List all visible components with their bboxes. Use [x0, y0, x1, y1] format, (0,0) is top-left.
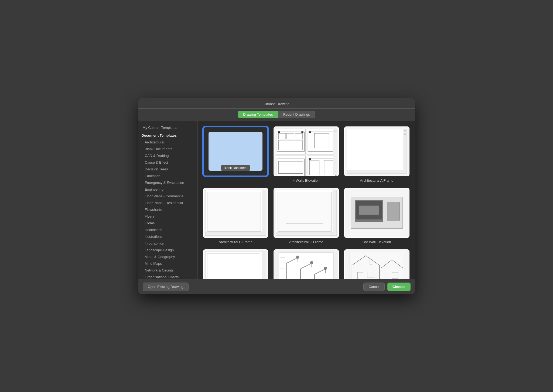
bottom-3-preview	[345, 250, 409, 279]
sidebar-item-flowcharts[interactable]: Flowcharts	[138, 206, 197, 213]
main-content: Blank Document	[198, 121, 415, 279]
template-thumb-arch-b[interactable]	[203, 188, 268, 238]
bottom-1-preview	[204, 250, 268, 279]
svg-rect-2	[287, 133, 294, 139]
template-thumb-4-walls[interactable]	[274, 126, 339, 176]
blank-document-label: Blank Document	[221, 165, 250, 171]
svg-point-25	[310, 261, 313, 264]
template-blank-document[interactable]: Blank Document	[203, 126, 268, 183]
templates-grid: Blank Document	[203, 126, 409, 279]
arch-grid	[276, 129, 337, 174]
sidebar-item-architectural[interactable]: Architectural	[138, 139, 197, 146]
open-existing-button[interactable]: Open Existing Drawing	[143, 283, 189, 291]
template-label-arch-b: Architectural B Frame	[219, 240, 252, 244]
sidebar-item-forms[interactable]: Forms	[138, 220, 197, 226]
arch-cell-3	[276, 156, 306, 176]
sidebar-item-organisational-charts[interactable]: Organisational Charts	[138, 274, 197, 279]
sidebar-item-infographics[interactable]: Infographics	[138, 240, 197, 247]
svg-point-29	[324, 267, 327, 269]
cancel-button[interactable]: Cancel	[363, 283, 384, 291]
blank-document-preview	[209, 132, 262, 170]
template-4-walls-elevation[interactable]: 4 Walls Elevation	[274, 126, 339, 183]
dialog-footer: Open Existing Drawing Cancel Choose	[138, 279, 415, 294]
sidebar-item-network-circuits[interactable]: Network & Circuits	[138, 267, 197, 274]
template-bottom-2[interactable]	[274, 249, 339, 279]
arch-cell-2	[307, 129, 337, 155]
tab-bar: Drawing Templates Recent Drawings	[138, 109, 415, 121]
svg-rect-3	[295, 133, 302, 139]
svg-rect-0	[277, 132, 305, 152]
sidebar-item-engineering[interactable]: Engineering	[138, 186, 197, 193]
bar-wall-preview	[345, 188, 409, 237]
template-bottom-1[interactable]	[203, 249, 268, 279]
sidebar-item-maps-geography[interactable]: Maps & Geography	[138, 253, 197, 260]
svg-rect-4	[278, 140, 302, 150]
tab-recent-drawings[interactable]: Recent Drawings	[278, 111, 315, 118]
svg-rect-14	[309, 160, 319, 175]
template-arch-b-frame[interactable]: Architectural B Frame	[203, 188, 268, 244]
sidebar-item-floor-plans-commercial[interactable]: Floor Plans - Commercial	[138, 193, 197, 200]
sidebar-item-flyers[interactable]: Flyers	[138, 213, 197, 220]
sidebar-item-my-custom-templates[interactable]: My Custom Templates	[138, 124, 197, 131]
svg-rect-15	[324, 160, 334, 175]
svg-rect-7	[308, 132, 336, 152]
arch-a-preview	[345, 127, 409, 176]
template-arch-a-frame[interactable]: Architectural A Frame	[344, 126, 409, 183]
sidebar-item-document-templates-header[interactable]: Document Templates	[138, 132, 197, 139]
template-bar-wall-elevation[interactable]: Bar Wall Elevation	[344, 188, 409, 244]
svg-rect-5	[278, 131, 280, 133]
template-bottom-3[interactable]	[344, 249, 409, 279]
template-thumb-bottom-1[interactable]	[203, 249, 268, 279]
arch-thumb-4walls	[274, 127, 338, 176]
svg-rect-9	[309, 131, 311, 133]
svg-rect-13	[308, 159, 336, 176]
sidebar-item-healthcare[interactable]: Healthcare	[138, 226, 197, 233]
sidebar-item-decision-trees[interactable]: Decision Trees	[138, 166, 197, 173]
sidebar-item-mind-maps[interactable]: Mind Maps	[138, 260, 197, 267]
sidebar-item-landscape-design[interactable]: Landscape Design	[138, 247, 197, 253]
template-label-bar-wall: Bar Wall Elevation	[363, 240, 391, 244]
sidebar-item-cause-effect[interactable]: Cause & Effect	[138, 159, 197, 166]
title-bar: Choose Drawing	[138, 98, 415, 109]
sidebar-item-blank-documents[interactable]: Blank Documents	[138, 146, 197, 152]
template-thumb-arch-a[interactable]	[344, 126, 409, 176]
choose-drawing-dialog: Choose Drawing Drawing Templates Recent …	[138, 98, 415, 294]
dialog-title: Choose Drawing	[264, 102, 289, 106]
template-label-arch-c: Architectural C Frame	[289, 240, 323, 244]
template-thumb-arch-c[interactable]	[274, 188, 339, 238]
bottom-2-preview	[274, 250, 338, 279]
sidebar: My Custom Templates Document Templates A…	[138, 121, 198, 279]
choose-button[interactable]: Choose	[387, 283, 411, 291]
svg-rect-34	[350, 252, 404, 279]
sidebar-item-education[interactable]: Education	[138, 173, 197, 179]
svg-rect-1	[278, 133, 286, 139]
svg-rect-8	[314, 133, 329, 148]
svg-rect-16	[309, 158, 311, 160]
svg-rect-11	[278, 161, 303, 173]
arch-cell-4	[307, 156, 337, 176]
template-label-4-walls: 4 Walls Elevation	[293, 178, 319, 183]
template-label-arch-a: Architectural A Frame	[360, 178, 394, 183]
sidebar-item-cad-drafting[interactable]: CAD & Drafting	[138, 152, 197, 159]
template-thumb-bar-wall[interactable]	[344, 188, 409, 238]
svg-point-21	[296, 256, 299, 258]
arch-b-preview	[204, 188, 268, 237]
template-arch-c-frame[interactable]: Architectural C Frame	[274, 188, 339, 244]
arch-cell-1	[276, 129, 306, 155]
tab-drawing-templates[interactable]: Drawing Templates	[238, 111, 278, 118]
template-thumb-blank-document[interactable]: Blank Document	[203, 126, 268, 176]
template-thumb-bottom-3[interactable]	[344, 249, 409, 279]
svg-rect-6	[301, 131, 303, 133]
dialog-body: My Custom Templates Document Templates A…	[138, 121, 415, 279]
arch-c-preview	[274, 188, 338, 237]
footer-right-buttons: Cancel Choose	[363, 283, 410, 291]
template-thumb-bottom-2[interactable]	[274, 249, 339, 279]
sidebar-item-floor-plans-residential[interactable]: Floor Plans - Residential	[138, 200, 197, 206]
sidebar-item-emergency-evacuation[interactable]: Emergency & Evacuation	[138, 179, 197, 186]
sidebar-item-illustrations[interactable]: Illustrations	[138, 233, 197, 240]
